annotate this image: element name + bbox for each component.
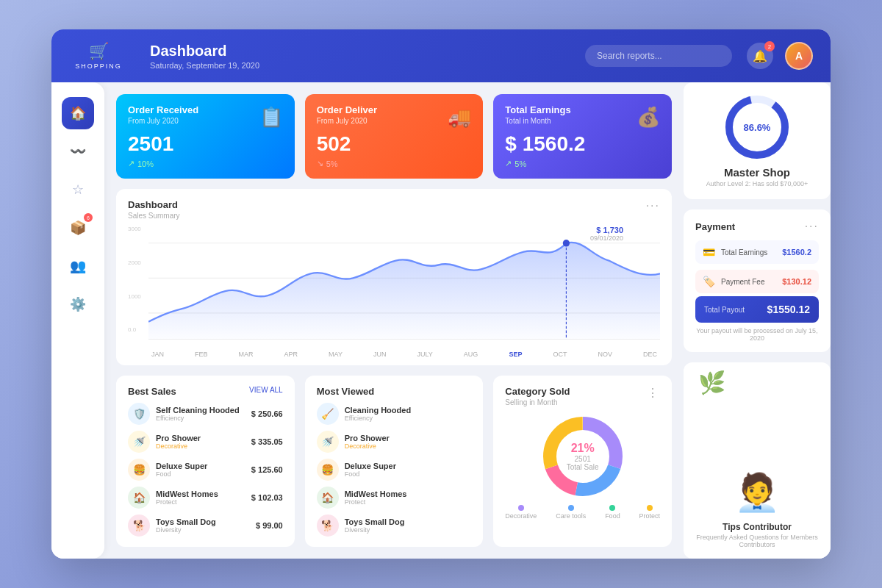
- payment-menu-dots[interactable]: ···: [805, 220, 819, 233]
- legend-item-protect: Protect: [639, 505, 661, 520]
- product-cat: Decorative: [345, 442, 472, 450]
- product-icon: 🐕: [317, 514, 339, 537]
- category-chart: 21% 2501 Total Sale: [505, 412, 660, 501]
- legend-item-decorative: Decorative: [505, 505, 537, 520]
- legend-label: Decorative: [505, 512, 537, 520]
- category-legend: Decorative Care tools Food Protect: [505, 505, 660, 520]
- category-sold-title: Category Sold: [505, 386, 570, 397]
- tips-illustration: 🧑‍💼 🌿: [695, 463, 819, 522]
- category-sold-section: Category Sold Selling in Month ⋮: [493, 376, 672, 547]
- stat-sub-order-deliver: From July 2020: [317, 117, 472, 125]
- sidebar-item-orders[interactable]: 📦 6: [62, 212, 94, 244]
- avatar[interactable]: A: [785, 42, 813, 70]
- stat-card-order-deliver: 🚚 Order Deliver From July 2020 502 ↘ 5%: [305, 94, 484, 179]
- product-icon: 🛡️: [128, 403, 150, 425]
- product-icon: 🍔: [128, 459, 150, 481]
- product-name: Deluxe Super: [156, 462, 245, 470]
- tips-icon: 🧑‍💼: [734, 471, 780, 514]
- legend-item-food: Food: [605, 505, 620, 520]
- master-shop-sub: Author Level 2: Has sold $70,000+: [706, 180, 808, 187]
- middle-row: Dashboard Sales Summary ··· $ 1,730 09/0…: [116, 189, 672, 365]
- product-icon: 🚿: [317, 431, 339, 453]
- payment-label-earnings: Total Earnings: [721, 248, 776, 257]
- stat-sub-order-received: From July 2020: [128, 117, 283, 125]
- tips-card[interactable]: 🧑‍💼 🌿 Tips Contributor Frequently Asked …: [684, 362, 831, 559]
- stats-row: 📋 Order Received From July 2020 2501 ↗ 1…: [116, 94, 672, 179]
- stat-value-order-deliver: 502: [317, 132, 472, 156]
- product-name: MidWest Homes: [156, 490, 245, 498]
- notification-button[interactable]: 🔔 2: [747, 43, 773, 69]
- best-sales-view-all[interactable]: VIEW ALL: [249, 386, 283, 394]
- sidebar-item-settings[interactable]: ⚙️: [62, 288, 94, 320]
- payout-note: Your payout will be processed on July 15…: [695, 327, 819, 342]
- legend-label: Protect: [639, 512, 661, 520]
- product-name: Cleaning Hooded: [345, 406, 472, 415]
- bottom-row: Best Sales VIEW ALL 🛡️ Self Cleaning Hoo…: [116, 376, 672, 547]
- orders-badge: 6: [84, 213, 93, 222]
- product-name: Self Cleaning Hooded: [156, 406, 245, 415]
- legend-dot: [609, 505, 615, 511]
- logo: 🛒 SHOPPING: [69, 42, 128, 70]
- product-icon: 🏠: [317, 487, 339, 509]
- product-cat: Efficiency: [156, 415, 245, 422]
- header-date: Saturday, September 19, 2020: [150, 61, 570, 70]
- sidebar-item-favorites[interactable]: ☆: [62, 173, 94, 206]
- product-cat: Decorative: [156, 442, 245, 450]
- most-viewed-list: 🧹 Cleaning Hooded Efficiency 🚿 Pro Showe…: [317, 403, 472, 537]
- total-payout-amount: $1550.12: [767, 304, 810, 315]
- product-name: Toys Small Dog: [345, 517, 472, 526]
- total-payout-label: Total Payout: [704, 306, 745, 314]
- product-name: Deluxe Super: [345, 462, 472, 470]
- category-menu-dots[interactable]: ⋮: [647, 386, 660, 400]
- list-item: 🏠 MidWest Homes Protect: [317, 487, 472, 509]
- product-icon: 🐕: [128, 514, 150, 537]
- chart-section: Dashboard Sales Summary ··· $ 1,730 09/0…: [116, 189, 672, 365]
- down-arrow-icon: ↘: [317, 159, 323, 168]
- payment-label-fee: Payment Fee: [721, 278, 776, 286]
- legend-label: Care tools: [556, 512, 586, 520]
- chart-peak-value: $ 1,730: [590, 226, 623, 234]
- best-sales-title: Best Sales: [128, 386, 176, 397]
- list-item: 🛡️ Self Cleaning Hooded Efficiency $ 250…: [128, 403, 283, 425]
- product-name: Pro Shower: [156, 434, 245, 442]
- total-payout-row: Total Payout $1550.12: [695, 296, 819, 323]
- legend-item-care: Care tools: [556, 505, 586, 520]
- page-title: Dashboard: [150, 43, 570, 60]
- list-item: 🍔 Deluxe Super Food: [317, 459, 472, 481]
- chart-y-labels: 3000 2000 1000 0.0: [128, 226, 141, 333]
- category-sold-header: Category Sold Selling in Month ⋮: [505, 386, 660, 406]
- sidebar-item-users[interactable]: 👥: [62, 250, 94, 282]
- sidebar-item-home[interactable]: 🏠: [62, 97, 94, 129]
- product-price: $ 250.66: [251, 409, 283, 418]
- category-total-sub: Total Sale: [567, 463, 599, 471]
- search-input[interactable]: [585, 45, 732, 67]
- category-sold-sub: Selling in Month: [505, 398, 570, 406]
- product-price: $ 125.60: [251, 465, 283, 474]
- sidebar-item-analytics[interactable]: 〰️: [62, 135, 94, 168]
- category-pct: 21%: [567, 442, 599, 455]
- list-item: 🐕 Toys Small Dog Diversity $ 99.00: [128, 514, 283, 537]
- chart-menu-dots[interactable]: ···: [646, 199, 660, 212]
- master-shop-card: 86.6% Master Shop Author Level 2: Has so…: [684, 82, 831, 199]
- tag-icon: 🏷️: [703, 276, 715, 287]
- payment-card: Payment ··· 💳 Total Earnings $1560.2 🏷️ …: [684, 209, 831, 352]
- category-center: 21% 2501 Total Sale: [567, 442, 599, 471]
- best-sales-list: 🛡️ Self Cleaning Hooded Efficiency $ 250…: [128, 403, 283, 537]
- product-cat: Diversity: [345, 526, 472, 534]
- product-cat: Protect: [345, 498, 472, 506]
- sidebar: 🏠 〰️ ☆ 📦 6 👥 ⚙️: [51, 82, 104, 559]
- most-viewed-title: Most Viewed: [317, 386, 375, 397]
- master-shop-pct: 86.6%: [744, 122, 771, 133]
- stat-value-total-earnings: $ 1560.2: [505, 132, 660, 156]
- up-arrow-icon: ↗: [128, 159, 135, 168]
- product-name: Pro Shower: [345, 434, 472, 442]
- product-icon: 🏠: [128, 487, 150, 509]
- stat-sub-total-earnings: Total in Month: [505, 117, 660, 125]
- plant-icon: 🌿: [698, 370, 725, 395]
- product-cat: Food: [345, 470, 472, 478]
- stat-change-total-earnings: ↗ 5%: [505, 159, 660, 168]
- product-price: $ 99.00: [256, 521, 283, 530]
- chart-sub: Sales Summary: [128, 212, 180, 220]
- product-cat: Efficiency: [345, 415, 472, 422]
- tips-title: Tips Contributor: [723, 522, 792, 532]
